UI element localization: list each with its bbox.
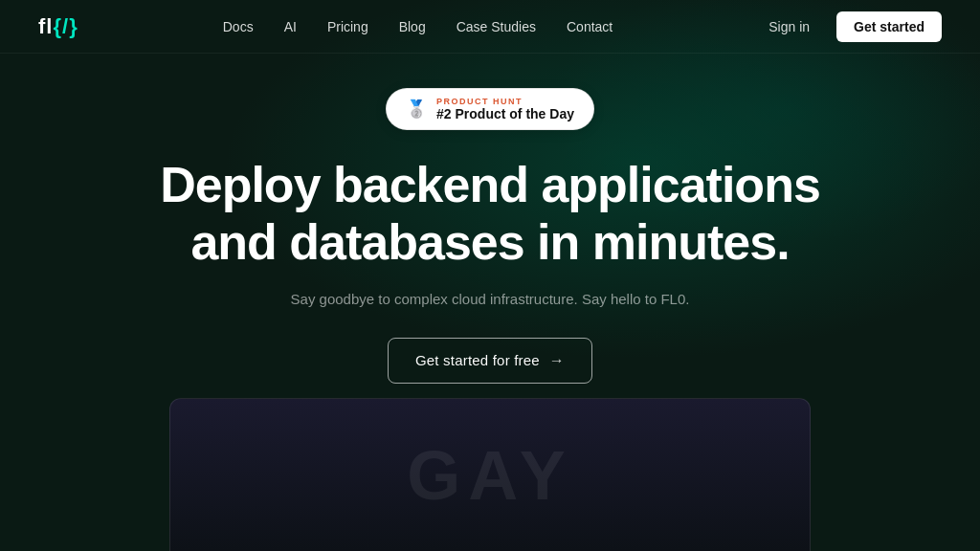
hero-subtext: Say goodbye to complex cloud infrastruct… [291,291,690,307]
demo-watermark: GAY [407,436,572,515]
hero-cta-button[interactable]: Get started for free → [388,338,592,384]
nav-links: Docs AI Pricing Blog Case Studies Contac… [223,18,613,35]
ph-label: PRODUCT HUNT [436,97,523,106]
nav-item-pricing[interactable]: Pricing [327,18,368,35]
nav-actions: Sign in Get started [757,11,942,42]
nav-item-contact[interactable]: Contact [567,18,612,35]
cta-label: Get started for free [415,352,540,368]
logo[interactable]: fl{/} [38,14,78,39]
hero-section: 🥈 PRODUCT HUNT #2 Product of the Day Dep… [0,54,980,384]
nav-item-ai[interactable]: AI [284,18,297,35]
ph-text-group: PRODUCT HUNT #2 Product of the Day [436,97,574,121]
hero-heading: Deploy backend applications and database… [160,157,820,272]
nav-item-docs[interactable]: Docs [223,18,254,35]
arrow-icon: → [549,352,565,369]
medal-icon: 🥈 [406,99,427,120]
nav-item-case-studies[interactable]: Case Studies [457,18,536,35]
demo-panel: GAY [169,398,811,551]
logo-text: fl{/} [38,14,78,39]
navbar: fl{/} Docs AI Pricing Blog Case Studies … [0,0,980,54]
ph-title: #2 Product of the Day [436,106,574,121]
product-hunt-badge[interactable]: 🥈 PRODUCT HUNT #2 Product of the Day [386,88,594,130]
sign-in-button[interactable]: Sign in [757,13,821,40]
get-started-nav-button[interactable]: Get started [836,11,942,42]
nav-item-blog[interactable]: Blog [399,18,426,35]
